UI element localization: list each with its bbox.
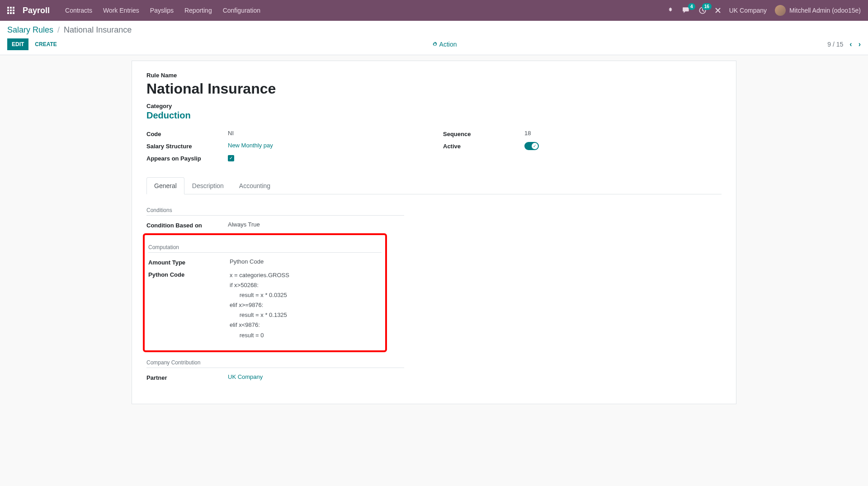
tabs: General Description Accounting <box>146 177 722 194</box>
tab-general[interactable]: General <box>146 177 184 194</box>
computation-section-title: Computation <box>148 244 382 253</box>
category-label: Category <box>146 103 722 109</box>
app-title[interactable]: Payroll <box>23 6 50 15</box>
salary-structure-value[interactable]: New Monthly pay <box>228 142 425 149</box>
edit-button[interactable]: Edit <box>7 38 28 50</box>
appears-on-payslip-checkbox: ✓ <box>228 155 234 161</box>
rule-name-label: Rule Name <box>146 72 722 79</box>
nav-payslips[interactable]: Payslips <box>150 7 174 14</box>
messages-icon[interactable]: 4 <box>682 6 690 14</box>
sequence-value: 18 <box>524 130 722 137</box>
breadcrumb-parent[interactable]: Salary Rules <box>7 25 53 34</box>
apps-icon[interactable] <box>7 7 14 14</box>
partner-label: Partner <box>146 373 228 381</box>
close-icon[interactable] <box>715 7 721 14</box>
control-bar: Salary Rules / National Insurance Edit C… <box>0 21 868 55</box>
action-dropdown[interactable]: Action <box>432 41 457 48</box>
breadcrumb: Salary Rules / National Insurance <box>7 25 861 35</box>
sequence-label: Sequence <box>443 130 524 137</box>
partner-value[interactable]: UK Company <box>228 373 404 380</box>
user-name: Mitchell Admin (odoo15e) <box>789 7 861 14</box>
nav-work-entries[interactable]: Work Entries <box>103 7 139 14</box>
amount-type-label: Amount Type <box>148 258 230 266</box>
appears-on-payslip-label: Appears on Payslip <box>146 154 228 162</box>
company-selector[interactable]: UK Company <box>729 7 767 14</box>
debug-icon[interactable] <box>667 7 674 14</box>
create-button[interactable]: Create <box>30 38 61 50</box>
python-code-value: x = categories.GROSS if x>50268: result … <box>230 270 382 340</box>
conditions-section-title: Conditions <box>146 207 404 216</box>
nav-contracts[interactable]: Contracts <box>65 7 92 14</box>
action-label: Action <box>439 41 457 48</box>
company-contribution-section-title: Company Contribution <box>146 359 404 368</box>
salary-structure-label: Salary Structure <box>146 142 228 150</box>
nav-reporting[interactable]: Reporting <box>184 7 212 14</box>
pager: 9 / 15 ‹ › <box>827 40 861 48</box>
breadcrumb-sep: / <box>57 25 60 34</box>
amount-type-value: Python Code <box>230 258 382 265</box>
form-sheet: Rule Name National Insurance Category De… <box>132 61 736 404</box>
computation-highlight: Computation Amount Type Python Code Pyth… <box>143 233 387 352</box>
nav-configuration[interactable]: Configuration <box>223 7 260 14</box>
top-navbar: Payroll Contracts Work Entries Payslips … <box>0 0 868 21</box>
rule-name-value: National Insurance <box>146 80 722 97</box>
tab-description[interactable]: Description <box>184 177 231 194</box>
active-toggle[interactable] <box>524 142 539 150</box>
tab-accounting[interactable]: Accounting <box>231 177 278 194</box>
pager-next[interactable]: › <box>859 40 861 48</box>
condition-based-label: Condition Based on <box>146 221 228 229</box>
breadcrumb-current: National Insurance <box>64 25 132 34</box>
python-code-label: Python Code <box>148 270 230 278</box>
category-value[interactable]: Deduction <box>146 110 722 121</box>
pager-text: 9 / 15 <box>827 41 843 48</box>
messages-badge: 4 <box>688 3 695 10</box>
user-menu[interactable]: Mitchell Admin (odoo15e) <box>775 5 861 16</box>
condition-based-value: Always True <box>228 221 404 228</box>
gear-icon <box>432 42 438 47</box>
activities-icon[interactable]: 16 <box>698 6 707 14</box>
active-label: Active <box>443 142 524 150</box>
avatar <box>775 5 786 16</box>
code-value: NI <box>228 130 425 137</box>
activities-badge: 16 <box>702 3 712 10</box>
code-label: Code <box>146 130 228 137</box>
pager-prev[interactable]: ‹ <box>849 40 852 48</box>
